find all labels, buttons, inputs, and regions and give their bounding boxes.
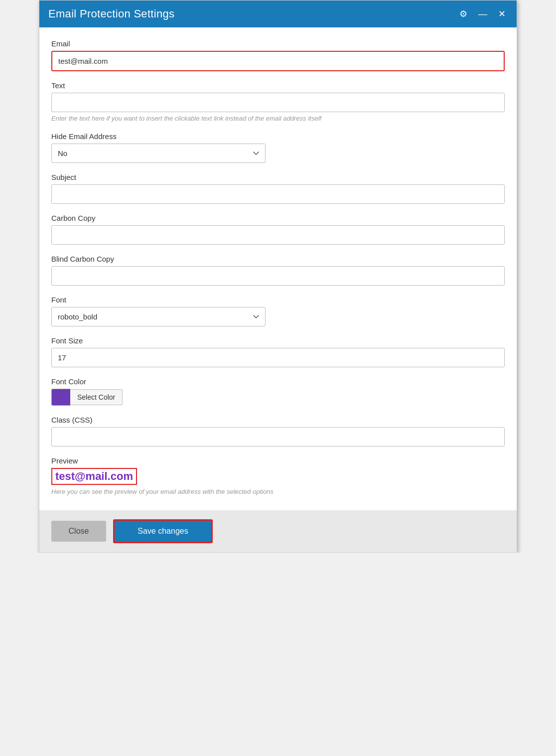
subject-input[interactable] [51, 184, 505, 204]
font-size-input[interactable] [51, 348, 505, 367]
font-color-field-group: Font Color Select Color [51, 377, 505, 406]
class-css-field-group: Class (CSS) [51, 416, 505, 447]
email-input[interactable] [51, 51, 505, 71]
subject-field-group: Subject [51, 173, 505, 204]
text-field-group: Text Enter the text here if you want to … [51, 81, 505, 122]
class-css-input[interactable] [51, 427, 505, 447]
carbon-copy-input[interactable] [51, 225, 505, 245]
subject-label: Subject [51, 173, 505, 181]
class-css-label: Class (CSS) [51, 416, 505, 424]
titlebar: Email Protection Settings ⚙ — ✕ [39, 0, 517, 27]
preview-email-text: test@mail.com [51, 468, 137, 485]
font-color-label: Font Color [51, 377, 505, 386]
hide-email-select[interactable]: No Yes [51, 144, 266, 163]
preview-email-display: test@mail.com [51, 468, 505, 488]
font-select[interactable]: roboto_bold Arial Times New Roman Courie… [51, 307, 266, 326]
close-button[interactable]: ✕ [496, 8, 508, 19]
carbon-copy-field-group: Carbon Copy [51, 214, 505, 245]
preview-label: Preview [51, 456, 505, 465]
color-picker-row: Select Color [51, 389, 505, 406]
carbon-copy-label: Carbon Copy [51, 214, 505, 222]
text-hint: Enter the text here if you want to inser… [51, 115, 505, 122]
hide-email-label: Hide Email Address [51, 132, 505, 141]
font-size-label: Font Size [51, 336, 505, 345]
text-label: Text [51, 81, 505, 90]
main-window: Email Protection Settings ⚙ — ✕ Email Te… [39, 0, 517, 553]
window-title: Email Protection Settings [48, 7, 174, 20]
font-label: Font [51, 296, 505, 304]
email-label: Email [51, 39, 505, 48]
color-swatch [51, 389, 70, 406]
blind-carbon-copy-label: Blind Carbon Copy [51, 255, 505, 263]
preview-section: Preview test@mail.com Here you can see t… [51, 456, 505, 495]
email-field-group: Email [51, 39, 505, 71]
settings-icon-button[interactable]: ⚙ [457, 8, 469, 19]
blind-carbon-copy-field-group: Blind Carbon Copy [51, 255, 505, 286]
footer: Close Save changes [39, 510, 517, 552]
font-size-field-group: Font Size [51, 336, 505, 367]
close-dialog-button[interactable]: Close [51, 521, 106, 542]
select-color-button[interactable]: Select Color [70, 389, 123, 405]
window-controls: ⚙ — ✕ [457, 8, 508, 19]
form-content: Email Text Enter the text here if you wa… [39, 27, 517, 505]
text-input[interactable] [51, 93, 505, 112]
blind-carbon-copy-input[interactable] [51, 266, 505, 286]
hide-email-field-group: Hide Email Address No Yes [51, 132, 505, 163]
save-changes-button[interactable]: Save changes [113, 519, 213, 543]
preview-hint: Here you can see the preview of your ema… [51, 488, 505, 495]
font-field-group: Font roboto_bold Arial Times New Roman C… [51, 296, 505, 326]
minimize-button[interactable]: — [476, 8, 489, 19]
